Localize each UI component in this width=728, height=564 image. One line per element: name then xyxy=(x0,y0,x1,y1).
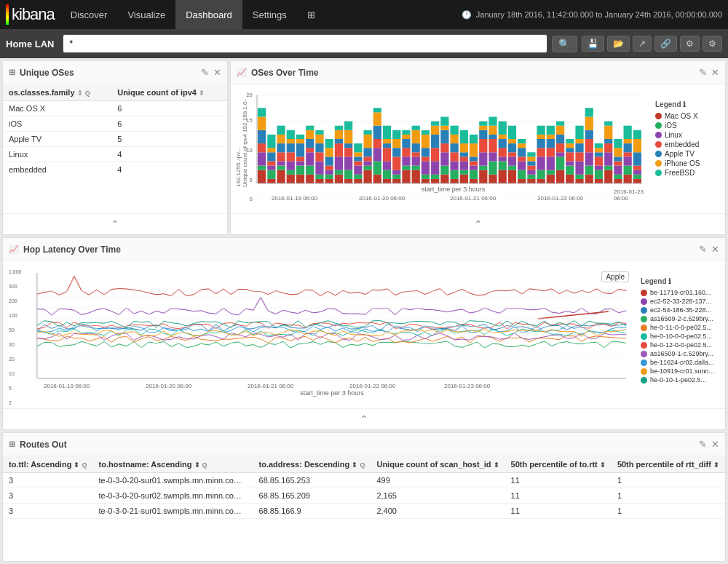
filter-ttl-icon[interactable]: Q xyxy=(82,461,87,469)
hop-x5: 2016-01-23 06:00 xyxy=(444,383,490,389)
y-axis-label: Unique count of ipv4 192.168.1.0-192.125… xyxy=(235,89,248,187)
search-button[interactable]: 🔍 xyxy=(552,36,577,52)
col-count[interactable]: Unique count of ipv4 ⇕ xyxy=(111,84,227,101)
collapse-row-2: ⌃ xyxy=(231,213,725,234)
unique-oses-header: ⊞ Unique OSes ✎ ✕ xyxy=(3,61,227,84)
collapse-row: ⌃ xyxy=(3,213,227,234)
legend-dot xyxy=(641,333,647,340)
legend-label: Linux xyxy=(665,131,682,139)
options-button[interactable]: ⚙ xyxy=(680,36,700,52)
y-label-30: 30 xyxy=(9,342,15,347)
edit-routes-icon[interactable]: ✎ xyxy=(699,439,707,450)
rtt-cell: 11 xyxy=(505,488,612,504)
legend-label: iOS xyxy=(665,122,677,130)
count-cell: 6 xyxy=(111,101,227,116)
save-button[interactable]: 💾 xyxy=(582,36,604,52)
x-label-5: 2016-01-23 06:00 xyxy=(614,188,649,202)
routes-col-ttl[interactable]: to.ttl: Ascending ⇕ Q xyxy=(3,456,93,473)
close-routes-icon[interactable]: ✕ xyxy=(711,439,719,450)
collapse-row-3: ⌃ xyxy=(3,408,725,429)
legend-label: he-0-12-0-0-pe02.5... xyxy=(650,341,712,349)
nav-visualize[interactable]: Visualize xyxy=(117,0,175,29)
filter-address-icon[interactable]: Q xyxy=(360,461,365,469)
refresh-button[interactable]: ⚙ xyxy=(703,36,722,52)
search-input[interactable] xyxy=(63,34,547,53)
count-cell: 4 xyxy=(111,162,227,178)
legend-dot xyxy=(655,170,662,176)
unique-oses-actions: ✎ ✕ xyxy=(201,67,221,78)
legend-label: be-10919-cr01.sunn... xyxy=(650,368,714,375)
address-cell: 68.85.165.253 xyxy=(253,473,371,488)
filter-hostname-icon[interactable]: Q xyxy=(202,461,207,469)
routes-col-rtt[interactable]: 50th percentile of to.rtt ⇕ xyxy=(505,456,612,473)
table-row: 3 te-0-3-0-20-sur01.swmpls.mn.minn.comca… xyxy=(3,473,725,488)
family-cell: Mac OS X xyxy=(3,101,111,116)
legend-dot xyxy=(641,368,647,375)
embed-button[interactable]: 🔗 xyxy=(654,36,677,52)
legend-item: he-0-10-0-0-pe02.5... xyxy=(641,333,721,340)
routes-col-count[interactable]: Unique count of scan_host_id ⇕ xyxy=(371,456,505,473)
legend-dot xyxy=(655,113,662,119)
row-3: ⊞ Routes Out ✎ ✕ to.ttl: Ascending ⇕ Q t… xyxy=(2,432,726,562)
legend-item: he-0-12-0-0-pe02.5... xyxy=(641,341,721,349)
legend-item: iOS xyxy=(655,122,721,130)
share-button[interactable]: ↗ xyxy=(633,36,652,52)
ttl-cell: 3 xyxy=(3,504,93,519)
oses-time-actions: ✎ ✕ xyxy=(699,67,719,78)
edit-icon[interactable]: ✎ xyxy=(201,67,209,78)
nav-settings[interactable]: Settings xyxy=(242,0,297,29)
nav-discover[interactable]: Discover xyxy=(60,0,118,29)
oses-chart-svg: 20 15 10 5 0 start_time per 3 hours xyxy=(235,89,649,209)
close-hop-icon[interactable]: ✕ xyxy=(711,244,719,255)
y-label-20: 20 xyxy=(9,357,15,362)
hop-legend: Legend ℹ be-11719-cr01.160...ec2-52-33-2… xyxy=(641,266,721,404)
close-oses-time-icon[interactable]: ✕ xyxy=(711,67,719,78)
legend-dot xyxy=(655,141,662,148)
legend-dot xyxy=(641,307,647,314)
hop-latency-chart-area: Apple start_time per 3 hours 1,000 300 2… xyxy=(3,261,725,408)
nav-dashboard[interactable]: Dashboard xyxy=(175,0,242,29)
legend-label: he-0-10-0-0-pe02.5... xyxy=(650,333,712,340)
col-family[interactable]: os.classes.family ⇕ Q xyxy=(3,84,111,101)
edit-oses-time-icon[interactable]: ✎ xyxy=(699,67,707,78)
legend-item: he-0-11-0-0-pe02.5... xyxy=(641,324,721,331)
y-label-200: 200 xyxy=(9,298,17,303)
count-cell: 4 xyxy=(111,147,227,162)
kibana-logo[interactable]: kibana xyxy=(0,0,60,29)
legend-dot xyxy=(641,325,647,331)
table-icon: ⊞ xyxy=(9,68,15,77)
y-label-50: 50 xyxy=(9,327,15,333)
oses-over-time-panel: 📈 OSes Over Time ✎ ✕ 20 15 10 5 0 xyxy=(230,60,726,235)
legend-label: ec2-54-186-35-228... xyxy=(650,306,711,314)
rtt-diff-cell: 1 xyxy=(612,488,725,504)
filter-family-icon[interactable]: Q xyxy=(85,90,90,97)
nav-apps[interactable]: ⊞ xyxy=(297,0,325,29)
collapse-oses-time-button[interactable]: ⌃ xyxy=(474,218,483,230)
table-row: 3 te-0-3-0-21-sur01.swmpls.mn.minn.comca… xyxy=(3,504,725,519)
legend-dot xyxy=(655,160,662,167)
legend-label: embedded xyxy=(665,140,699,148)
legend-label: FreeBSD xyxy=(665,169,695,177)
collapse-hop-button[interactable]: ⌃ xyxy=(360,413,368,425)
routes-out-title: ⊞ Routes Out xyxy=(9,440,699,450)
close-icon[interactable]: ✕ xyxy=(213,67,221,78)
hop-legend-title: Legend ℹ xyxy=(641,277,721,285)
hostname-cell: te-0-3-0-21-sur01.swmpls.mn.minn.comcast… xyxy=(93,504,253,519)
load-button[interactable]: 📂 xyxy=(607,36,630,52)
count-cell: 2,165 xyxy=(371,488,505,504)
hop-latency-title: 📈 Hop Latency Over Time xyxy=(9,245,699,255)
count-cell: 2,400 xyxy=(371,504,505,519)
unique-oses-table-container: os.classes.family ⇕ Q Unique count of ip… xyxy=(3,84,227,213)
routes-col-address[interactable]: to.address: Descending ⇕ Q xyxy=(253,456,371,473)
routes-col-rtt-diff[interactable]: 50th percentile of rtt_diff ⇕ xyxy=(612,456,725,473)
edit-hop-icon[interactable]: ✎ xyxy=(699,244,707,255)
hop-x4: 2016-01-22 06:00 xyxy=(349,383,395,389)
legend-item: be-10919-cr01.sunn... xyxy=(641,368,721,375)
routes-actions: ✎ ✕ xyxy=(699,439,719,450)
legend-item: ec2-54-186-35-228... xyxy=(641,306,721,314)
family-cell: Linux xyxy=(3,147,111,162)
legend-dot xyxy=(641,290,647,296)
routes-col-hostname[interactable]: to.hostname: Ascending ⇕ Q xyxy=(93,456,253,473)
collapse-button[interactable]: ⌃ xyxy=(111,218,119,230)
x-axis-label: start_time per 3 hours xyxy=(257,186,649,193)
